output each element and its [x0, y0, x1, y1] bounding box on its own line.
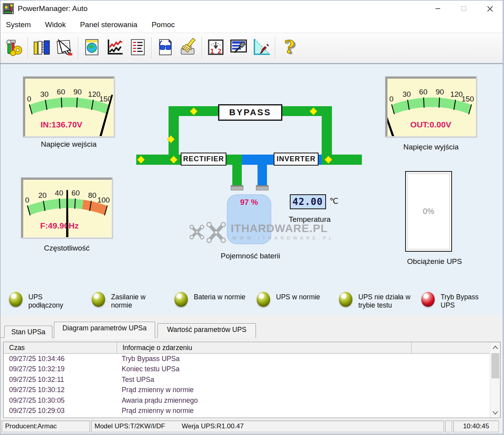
event-list-button[interactable] — [126, 35, 149, 61]
svg-text:90: 90 — [436, 88, 444, 96]
maximize-button[interactable] — [451, 0, 477, 17]
scroll-down-icon[interactable] — [490, 407, 500, 418]
log-row-time: 09/27/25 10:34:46 — [4, 355, 117, 363]
log-row[interactable]: 09/27/25 10:34:46 Tryb Bypass UPSa — [4, 354, 490, 364]
status-led-label: Zasilanie w normie — [111, 292, 154, 310]
tab-diagram-parametr-w-upsa[interactable]: Diagram parametrów UPSa — [54, 322, 155, 338]
log-library-button[interactable] — [30, 35, 53, 61]
status-led-icon — [174, 292, 188, 307]
tab-stan-upsa[interactable]: Stan UPSa — [4, 326, 52, 338]
tab-warto-parametr-w-ups[interactable]: Wartość parametrów UPS — [158, 323, 256, 338]
status-led-icon — [257, 292, 270, 307]
toolbar-separator — [28, 37, 28, 59]
log-row-info: Koniec testu UPSa — [117, 365, 180, 373]
menu-item-system[interactable]: System — [6, 20, 31, 29]
schedule-icon: 12 — [206, 38, 225, 58]
log-row-info: Awaria prądu zmiennego — [117, 396, 198, 405]
ups-load-label: Obciążenie UPS — [398, 257, 471, 266]
svg-text:150: 150 — [461, 95, 474, 103]
toolbar-separator — [151, 37, 152, 59]
draw-parameters-button[interactable] — [250, 35, 273, 61]
battery-capacity-value: 97 % — [227, 198, 271, 207]
rectifier-battery-pipe — [232, 165, 242, 185]
log-header-row: Czas Informacje o zdarzeniu — [4, 342, 490, 354]
minimize-button[interactable] — [425, 0, 451, 17]
status-led-item: UPS podłączony — [9, 292, 68, 310]
log-row[interactable]: 09/27/25 10:30:05 Awaria prądu zmiennego — [4, 395, 490, 406]
log-row-info: Prąd zmienny w normie — [117, 407, 194, 415]
close-button[interactable] — [477, 0, 503, 17]
svg-text:F:49.90Hz: F:49.90Hz — [40, 221, 79, 230]
app-icon — [3, 3, 14, 14]
parameter-graph-button[interactable] — [104, 35, 126, 61]
log-scrollbar[interactable] — [490, 342, 500, 418]
log-row[interactable]: 09/27/25 10:29:03 Prąd zmienny w normie — [4, 406, 490, 417]
model-text: Model UPS:T/2KW/I/DF — [94, 422, 165, 430]
event-log-list: Czas Informacje o zdarzeniu 09/27/25 10:… — [3, 342, 500, 418]
output-voltage-label: Napięcie wyjścia — [385, 143, 476, 151]
log-row-info: Test UPSa — [117, 376, 154, 384]
online-report-icon — [83, 38, 102, 58]
status-led-label: Bateria w normie — [194, 292, 263, 301]
frequency-gauge: 020406080100F:49.90Hz — [21, 178, 112, 238]
svg-text:20: 20 — [38, 191, 46, 199]
help-icon: ?? — [280, 38, 298, 58]
log-column-info[interactable]: Informacje o zdarzeniu — [117, 342, 411, 353]
bypass-box: BYPASS — [218, 104, 282, 121]
toolbar-separator — [78, 37, 79, 59]
input-voltage-label: Napięcie wejścia — [23, 140, 114, 149]
view-report-button[interactable] — [154, 35, 177, 61]
send-event-icon — [55, 38, 74, 58]
log-column-time[interactable]: Czas — [4, 342, 117, 353]
svg-text:60: 60 — [419, 88, 427, 96]
clock-text: 10:40:45 — [463, 422, 489, 430]
maintenance-tools-button[interactable] — [3, 35, 26, 61]
parameter-graph-icon — [106, 38, 124, 58]
menu-item-pomoc[interactable]: Pomoc — [152, 20, 175, 29]
log-row[interactable]: 09/27/25 10:32:11 Test UPSa — [4, 374, 490, 385]
status-led-icon — [92, 292, 105, 307]
send-event-button[interactable] — [53, 35, 76, 61]
view-report-icon — [156, 38, 175, 58]
svg-text:60: 60 — [72, 189, 80, 197]
menu-item-widok[interactable]: Widok — [45, 20, 66, 29]
log-row[interactable]: 09/27/25 10:32:19 Koniec testu UPSa — [4, 364, 490, 375]
svg-text:1: 1 — [210, 48, 214, 55]
rectifier-box: RECTIFIER — [181, 153, 226, 166]
svg-text:80: 80 — [88, 191, 96, 199]
temperature-display: 42.00 — [290, 194, 326, 209]
online-report-button[interactable] — [81, 35, 104, 61]
status-led-item: Bateria w normie — [174, 292, 263, 307]
log-row-time: 09/27/25 10:30:05 — [4, 396, 117, 405]
svg-text:40: 40 — [55, 189, 63, 197]
schedule-button[interactable]: 12 — [204, 35, 227, 61]
log-row[interactable]: 09/27/25 10:30:12 Prąd zmienny w normie — [4, 385, 490, 396]
clear-log-button[interactable] — [177, 35, 200, 61]
log-row-info: Tryb Bypass UPSa — [117, 355, 180, 363]
svg-text:120: 120 — [88, 90, 100, 98]
menu-item-panel-sterowania[interactable]: Panel sterowania — [80, 20, 137, 29]
configure-button[interactable] — [227, 35, 250, 61]
ups-load-indicator: 0% — [405, 171, 452, 252]
svg-text:OUT:0.00V: OUT:0.00V — [410, 120, 451, 129]
menu-bar: SystemWidokPanel sterowaniaPomoc — [0, 17, 503, 33]
ups-load-value: 0% — [423, 207, 434, 216]
svg-text:60: 60 — [57, 88, 65, 96]
battery-terminal-left — [231, 185, 243, 190]
clear-log-icon — [179, 38, 198, 58]
input-voltage-gauge: 0306090120150IN:136.70V — [23, 77, 114, 137]
producer-panel: Producent:Armac — [2, 420, 90, 432]
scrollbar-thumb[interactable] — [491, 353, 499, 378]
status-led-label: UPS w normie — [276, 292, 341, 301]
temperature-label: Temperatura — [279, 215, 340, 224]
battery-capacity-label: Pojemność baterii — [215, 252, 286, 260]
scroll-up-icon[interactable] — [490, 342, 500, 352]
help-button[interactable]: ?? — [278, 35, 300, 61]
toolbar-separator — [202, 37, 202, 59]
output-voltage-gauge: 0306090120150OUT:0.00V — [385, 77, 476, 137]
event-list-icon — [128, 38, 147, 58]
svg-text:30: 30 — [40, 90, 48, 98]
status-bar: Producent:Armac Model UPS:T/2KW/I/DF Wer… — [0, 418, 503, 434]
powermanager-window: PowerManager: Auto SystemWidokPanel ster… — [0, 0, 503, 434]
svg-text:0: 0 — [389, 95, 394, 103]
